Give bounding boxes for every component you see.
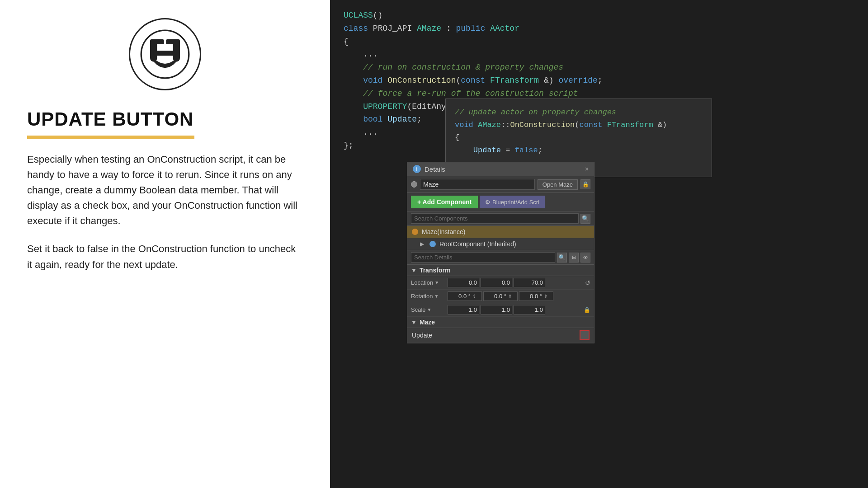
scale-row: Scale ▼ 🔒 <box>407 303 594 317</box>
search-components-icon[interactable]: 🔍 <box>580 214 590 224</box>
search-components-input[interactable] <box>411 213 579 224</box>
add-component-row: + Add Component ⚙ Blueprint/Add Scri <box>407 193 594 211</box>
search-details-input[interactable] <box>411 252 555 263</box>
location-reset-button[interactable]: ↺ <box>585 279 590 286</box>
root-component-item[interactable]: ▶ RootComponent (Inherited) <box>407 238 594 250</box>
maze-circle-icon <box>411 181 417 188</box>
details-title-text: Details <box>425 165 445 173</box>
rotation-z-container: ⇕ <box>519 291 553 301</box>
rotation-row: Rotation ▼ ⇕ ⇕ ⇕ <box>407 290 594 303</box>
details-info-icon: i <box>413 165 421 173</box>
details-panel-header: i Details × <box>407 162 594 176</box>
rotation-x-input[interactable] <box>448 292 472 300</box>
maze-name-row: Open Maze 🔒 <box>407 176 594 193</box>
maze-section-arrow: ▼ <box>411 319 417 326</box>
right-panel: UCLASS() class PROJ_API AMaze : public A… <box>330 0 868 488</box>
update-row: Update <box>407 328 594 343</box>
open-maze-button[interactable]: Open Maze <box>538 179 578 190</box>
page-title: UPDATE BUTTON <box>27 108 193 130</box>
component-list: Maze(Instance) ▶ RootComponent (Inherite… <box>407 226 594 250</box>
svg-rect-3 <box>150 39 164 44</box>
maze-section-title: Maze <box>420 319 435 326</box>
rotation-y-arrow: ⇕ <box>507 294 513 299</box>
scale-label: Scale ▼ <box>411 306 445 313</box>
update-checkbox[interactable] <box>580 330 590 340</box>
rotation-dropdown-arrow: ▼ <box>434 294 439 299</box>
location-inputs <box>448 278 582 287</box>
logo-container <box>129 18 201 90</box>
rotation-x-arrow: ⇕ <box>472 294 477 299</box>
maze-instance-item[interactable]: Maze(Instance) <box>407 226 594 238</box>
svg-rect-5 <box>154 51 177 56</box>
maze-instance-label: Maze(Instance) <box>422 228 465 235</box>
location-label: Location ▼ <box>411 279 445 286</box>
grid-view-button[interactable]: ⊞ <box>569 253 579 263</box>
scale-lock-icon: 🔒 <box>584 307 590 313</box>
rotation-x-container: ⇕ <box>448 291 482 301</box>
rotation-z-arrow: ⇕ <box>543 294 548 299</box>
scale-z-input[interactable] <box>514 305 545 314</box>
scale-x-input[interactable] <box>448 305 479 314</box>
search-details-row: 🔍 ⊞ 👁 <box>407 250 594 265</box>
scale-y-input[interactable] <box>481 305 512 314</box>
location-dropdown-arrow: ▼ <box>434 280 439 285</box>
rotation-inputs: ⇕ ⇕ ⇕ <box>448 291 590 301</box>
scale-inputs <box>448 305 581 314</box>
transform-section-arrow: ▼ <box>411 267 417 274</box>
transform-section-title: Transform <box>420 267 450 274</box>
location-row: Location ▼ ↺ <box>407 276 594 290</box>
body-text-2: Set it back to false in the OnConstructi… <box>27 241 303 272</box>
body-text-1: Especially when testing an OnConstructio… <box>27 152 303 229</box>
blueprint-button[interactable]: ⚙ Blueprint/Add Scri <box>480 196 545 208</box>
svg-rect-4 <box>166 39 180 44</box>
left-panel: UPDATE BUTTON Especially when testing an… <box>0 0 330 488</box>
rotation-y-container: ⇕ <box>483 291 518 301</box>
location-y-input[interactable] <box>481 278 512 287</box>
details-panel: i Details × Open Maze 🔒 + Add Component … <box>407 162 594 343</box>
rotation-z-input[interactable] <box>519 292 543 300</box>
maze-name-input[interactable] <box>420 179 535 190</box>
transform-section-header: ▼ Transform <box>407 265 594 276</box>
search-details-icon[interactable]: 🔍 <box>557 253 567 263</box>
search-components-row: 🔍 <box>407 211 594 226</box>
scale-dropdown-arrow: ▼ <box>427 307 432 312</box>
title-underline <box>27 136 194 139</box>
root-component-arrow: ▶ <box>420 241 424 247</box>
location-x-input[interactable] <box>448 278 479 287</box>
update-label: Update <box>412 332 576 339</box>
root-component-icon <box>429 241 436 247</box>
details-close-button[interactable]: × <box>585 165 589 173</box>
ue-logo-icon <box>140 29 190 79</box>
location-z-input[interactable] <box>514 278 545 287</box>
maze-section-header: ▼ Maze <box>407 317 594 328</box>
details-header-left: i Details <box>413 165 445 173</box>
root-component-label: RootComponent (Inherited) <box>439 240 516 248</box>
maze-instance-icon <box>412 229 418 235</box>
add-component-button[interactable]: + Add Component <box>411 196 478 208</box>
rotation-y-input[interactable] <box>484 292 507 300</box>
lock-icon-button[interactable]: 🔒 <box>580 179 590 189</box>
rotation-label: Rotation ▼ <box>411 293 445 300</box>
eye-view-button[interactable]: 👁 <box>580 253 590 263</box>
